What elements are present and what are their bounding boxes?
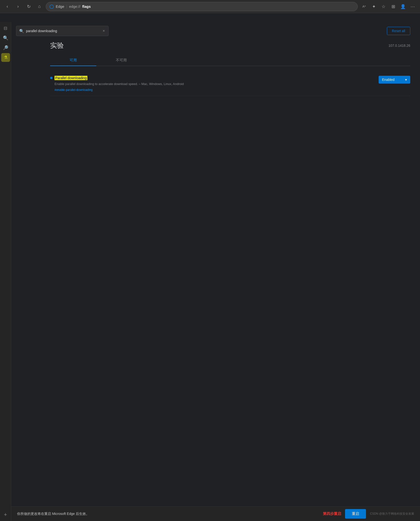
settings-button[interactable]: ⋯ xyxy=(408,2,417,11)
csdn-credit: CSDN @致力于网络科技安全发展 xyxy=(370,512,414,516)
account-button[interactable]: 👤 xyxy=(399,2,407,11)
flag-name: Parallel downloading xyxy=(55,76,87,80)
restart-notice: 你所做的更改将在重启 Microsoft Edge 后生效。 xyxy=(17,512,319,516)
flag-status-label: Enabled xyxy=(382,78,394,82)
version-text: 107.0.1418.26 xyxy=(388,44,410,47)
copilot-button[interactable]: ✦ xyxy=(369,2,378,11)
reset-all-button[interactable]: Reset all xyxy=(387,27,410,35)
flags-page-title: 实验 xyxy=(50,41,64,50)
flag-status-dropdown[interactable]: Enabled ▾ xyxy=(379,76,410,84)
address-edge-label: Edge xyxy=(56,4,64,9)
read-aloud-button[interactable]: Aᵃ xyxy=(360,2,368,11)
tabs-container: 可用 不可用 xyxy=(50,55,410,66)
bottom-bar: 你所做的更改将在重启 Microsoft Edge 后生效。 第四步重启 重启 … xyxy=(11,506,420,521)
address-url-path: flags xyxy=(82,4,91,9)
collections-button[interactable]: ⊞ xyxy=(389,2,398,11)
address-bar[interactable]: ◯ Edge | edge://flags xyxy=(46,2,358,11)
back-button[interactable]: ‹ xyxy=(3,2,12,11)
flags-header: 实验 107.0.1418.26 xyxy=(50,41,410,50)
search-area: 🔍 × Reset all xyxy=(11,22,420,36)
browser-toolbar: ‹ › ↻ ⌂ ◯ Edge | edge://flags Aᵃ ✦ ☆ ⊞ 👤… xyxy=(0,0,420,13)
main-content: 🔍 × Reset all 实验 107.0.1418.26 可用 不可用 Pa… xyxy=(11,22,420,506)
edge-browser-icon: ◯ xyxy=(49,4,54,9)
favorites-button[interactable]: ☆ xyxy=(379,2,388,11)
flag-name-row: Parallel downloading xyxy=(50,76,373,80)
flag-left: Parallel downloading Enable parallel dow… xyxy=(50,76,379,92)
search-icon: 🔍 xyxy=(19,29,24,33)
flag-control: Enabled ▾ xyxy=(379,76,410,84)
flag-description: Enable parallel downloading to accelerat… xyxy=(50,82,373,86)
flag-item: Parallel downloading Enable parallel dow… xyxy=(50,72,410,96)
restart-button[interactable]: 重启 xyxy=(345,509,366,519)
address-url-prefix: edge:// xyxy=(69,4,80,9)
flags-content: 实验 107.0.1418.26 可用 不可用 Parallel downloa… xyxy=(11,36,420,101)
step-label[interactable]: 第四步重启 xyxy=(323,512,341,516)
sidebar-add-button[interactable]: + xyxy=(1,510,10,519)
flag-dot-indicator xyxy=(50,77,53,79)
sidebar-tab-icon[interactable]: ⊟ xyxy=(1,24,10,33)
tab-available[interactable]: 可用 xyxy=(50,55,96,66)
sidebar-lab-icon[interactable]: ⚗ xyxy=(1,53,10,62)
address-separator: | xyxy=(66,4,67,9)
search-clear-button[interactable]: × xyxy=(102,28,105,34)
refresh-button[interactable]: ↻ xyxy=(24,2,33,11)
sidebar: ⊟ 🔍 🔎 ⚗ + xyxy=(0,22,11,521)
sidebar-discover-icon[interactable]: 🔎 xyxy=(1,43,10,52)
tab-unavailable[interactable]: 不可用 xyxy=(96,55,146,66)
sidebar-search-icon[interactable]: 🔍 xyxy=(1,34,10,42)
search-box[interactable]: 🔍 × xyxy=(16,26,109,36)
forward-button[interactable]: › xyxy=(14,2,22,11)
dropdown-arrow-icon: ▾ xyxy=(405,78,407,82)
home-button[interactable]: ⌂ xyxy=(35,2,44,11)
toolbar-right: Aᵃ ✦ ☆ ⊞ 👤 ⋯ xyxy=(360,2,417,11)
search-input[interactable] xyxy=(26,29,100,33)
flag-hash-link[interactable]: #enable-parallel-downloading xyxy=(50,88,93,92)
